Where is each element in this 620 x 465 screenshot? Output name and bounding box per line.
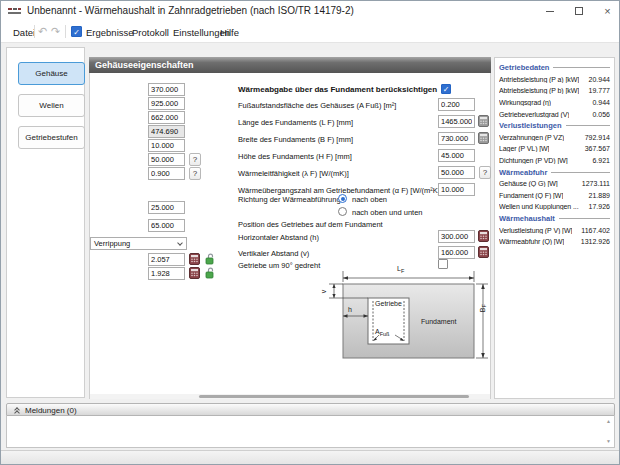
scroll-down-icon[interactable]: ▼ — [606, 439, 611, 444]
left-field-1[interactable] — [148, 83, 185, 96]
results-section-title: Wärmeabfuhr — [499, 166, 610, 178]
afuss-input[interactable] — [438, 98, 475, 111]
collapse-icon — [14, 410, 20, 416]
messages-area: ▲ ▼ — [6, 416, 615, 448]
diagram-label-v: v — [320, 290, 327, 294]
factor-field-2[interactable] — [148, 267, 185, 280]
sidebar-item-wellen[interactable]: Wellen — [18, 94, 85, 117]
vertical-input[interactable] — [438, 246, 475, 259]
ribbing-select-value: Verrippung — [94, 239, 130, 248]
sidebar-item-label: Gehäuse — [35, 69, 67, 78]
breite-input[interactable] — [438, 132, 475, 145]
menu-separator — [65, 25, 66, 38]
panel-header: Gehäuseeigenschaften — [89, 57, 491, 73]
result-row: Fundament (Q F) [W]21.889 — [499, 190, 610, 202]
results-content: Getriebedaten Antriebsleistung (P a) [kW… — [499, 62, 610, 248]
left-field-5[interactable] — [148, 139, 185, 152]
window-title: Unbenannt - Wärmehaushalt in Zahnradgetr… — [27, 5, 354, 16]
help-button[interactable]: ? — [479, 166, 491, 179]
sidebar-item-label: Wellen — [39, 101, 63, 110]
result-row: Verlustleistung (P V) [W]1167.402 — [499, 224, 610, 236]
position-heading: Position des Getriebes auf dem Fundament — [238, 220, 383, 229]
ribbing-select[interactable]: Verrippung — [90, 237, 187, 250]
maximize-button[interactable] — [564, 1, 593, 21]
breite-label: Breite des Fundaments (B F) [mm] — [238, 135, 353, 144]
sidebar-item-label: Getriebestufen — [25, 133, 77, 142]
horizontal-scrollbar-thumb[interactable] — [199, 395, 469, 398]
calculator-icon[interactable] — [478, 230, 489, 242]
diagram-label-fundament: Fundament — [421, 318, 456, 325]
result-row: Gehäuse (Q G) [W]1273.111 — [499, 178, 610, 190]
sidebar-item-gehaeuse[interactable]: Gehäuse — [18, 62, 85, 85]
result-row: Lager (P VL) [W]367.567 — [499, 143, 610, 155]
close-button[interactable]: × — [593, 1, 620, 21]
menu-item-datei[interactable]: Datei — [13, 27, 35, 38]
check-icon: ✓ — [73, 28, 80, 37]
left-field-3[interactable] — [148, 111, 185, 124]
fundament-diagram — [321, 263, 496, 363]
result-row: Wirkungsgrad (η)0.944 — [499, 97, 610, 109]
factor-field-1[interactable] — [148, 253, 185, 266]
horizontal-input[interactable] — [438, 230, 475, 243]
calculator-icon[interactable] — [478, 115, 489, 127]
diagram-label-h: h — [348, 306, 352, 313]
menu-item-ergebnisse[interactable]: Ergebnisse — [86, 27, 134, 38]
result-row: Wärmeabfuhr (Q) [W]1312.926 — [499, 236, 610, 248]
sidebar: Gehäuse Wellen Getriebestufen — [6, 47, 85, 398]
left-field-2[interactable] — [148, 97, 185, 110]
left-field-9[interactable] — [148, 219, 185, 232]
app-window: Unbenannt - Wärmehaushalt in Zahnradgetr… — [0, 0, 620, 465]
unlock-icon[interactable] — [204, 267, 215, 279]
chevron-down-icon — [177, 240, 183, 246]
calculator-icon[interactable] — [189, 253, 200, 265]
minimize-button[interactable] — [535, 1, 564, 21]
hoehe-label: Höhe des Fundaments (H F) [mm] — [238, 152, 352, 161]
check-icon: ✓ — [443, 85, 450, 94]
result-row: Abtriebsleistung (P b) [kW]19.777 — [499, 85, 610, 97]
left-field-8[interactable] — [148, 201, 185, 214]
radio-nach-oben-unten[interactable] — [338, 207, 347, 216]
fundament-checkbox-label: Wärmeabgabe über das Fundament berücksic… — [238, 85, 437, 94]
ergebnisse-checkbox[interactable]: ✓ — [71, 26, 82, 37]
status-bar — [1, 450, 619, 465]
titlebar: Unbenannt - Wärmehaushalt in Zahnradgetr… — [1, 1, 619, 21]
sidebar-item-getriebestufen[interactable]: Getriebestufen — [18, 126, 85, 149]
calculator-icon[interactable] — [478, 246, 489, 258]
messages-bar[interactable]: Meldungen (0) — [6, 403, 615, 416]
help-button[interactable]: ? — [189, 153, 201, 166]
radio-nach-oben-unten-label: nach oben und unten — [352, 208, 422, 217]
afuss-label: Fußaufstandsfläche des Gehäuses (A Fuß) … — [238, 101, 396, 110]
menu-item-hilfe[interactable]: Hilfe — [220, 27, 239, 38]
close-icon: × — [604, 6, 610, 17]
result-row: Getriebeverlustgrad (V)0.056 — [499, 108, 610, 120]
left-field-7[interactable] — [148, 167, 185, 180]
left-field-4 — [148, 125, 185, 138]
laenge-input[interactable] — [438, 115, 475, 128]
radio-nach-oben[interactable] — [338, 194, 347, 203]
scroll-up-icon[interactable]: ▲ — [606, 419, 611, 424]
redo-icon[interactable]: ↷ — [51, 25, 60, 38]
results-section-title: Verlustleistungen — [499, 120, 610, 132]
result-row: Dichtungen (P VD) [W]6.921 — [499, 155, 610, 167]
result-row: Antriebsleistung (P a) [kW]20.944 — [499, 74, 610, 86]
result-row: Wellen und Kupplungen ...17.926 — [499, 201, 610, 213]
left-field-6[interactable] — [148, 153, 185, 166]
fundament-checkbox[interactable]: ✓ — [441, 84, 451, 94]
undo-icon[interactable]: ↶ — [38, 25, 47, 38]
help-button[interactable]: ? — [189, 167, 201, 180]
diagram-label-afuss: AFuß — [375, 328, 389, 337]
menu-item-protokoll[interactable]: Protokoll — [132, 27, 169, 38]
alpha-input[interactable] — [438, 183, 475, 196]
hoehe-input[interactable] — [438, 149, 475, 162]
menubar: Datei ↶ ↷ ✓ Ergebnisse Protokoll Einstel… — [1, 21, 619, 43]
results-section-title: Getriebedaten — [499, 62, 610, 74]
lambda-input[interactable] — [438, 166, 475, 179]
messages-title: Meldungen (0) — [25, 406, 77, 415]
horizontal-label: Horizontaler Abstand (h) — [238, 233, 319, 242]
calculator-icon[interactable] — [478, 132, 489, 144]
results-section-title: Wärmehaushalt — [499, 213, 610, 225]
unlock-icon[interactable] — [204, 253, 215, 265]
laenge-label: Länge des Fundaments (L F) [mm] — [238, 118, 353, 127]
calculator-icon[interactable] — [189, 267, 200, 279]
app-icon — [8, 6, 22, 16]
